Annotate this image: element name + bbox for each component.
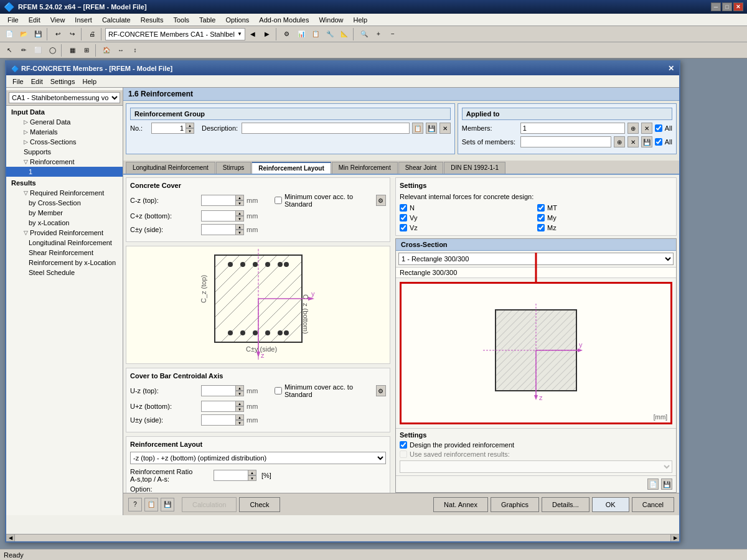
at-members-input[interactable]: 1 bbox=[520, 123, 625, 134]
tree-reinf-1[interactable]: 1 bbox=[6, 167, 123, 177]
cb-My-input[interactable] bbox=[537, 214, 545, 222]
cs-icon2[interactable]: 💾 bbox=[661, 478, 672, 490]
at-clear-btn1[interactable]: ✕ bbox=[641, 123, 652, 134]
tb-undo[interactable]: ↩ bbox=[51, 27, 65, 41]
menu-results[interactable]: Results bbox=[136, 15, 169, 25]
tree-materials[interactable]: ▷ Materials bbox=[6, 127, 123, 137]
uz-top-input[interactable]: 40.0 bbox=[201, 385, 235, 396]
tree-results-header[interactable]: Results bbox=[6, 178, 123, 188]
tb2-btn8[interactable]: ↔ bbox=[114, 44, 128, 57]
layout-dropdown[interactable]: -z (top) - +z (bottom) (optimized distri… bbox=[130, 452, 386, 464]
menu-file[interactable]: File bbox=[2, 15, 24, 25]
czy-side-input[interactable]: 30.0 bbox=[201, 224, 235, 235]
cb-MT[interactable]: MT bbox=[537, 204, 672, 212]
menu-window[interactable]: Window bbox=[314, 15, 348, 25]
uzy-side-up[interactable]: ▲ bbox=[235, 414, 244, 420]
tree-by-member[interactable]: by Member bbox=[6, 208, 123, 218]
at-all-checkbox[interactable] bbox=[655, 124, 662, 132]
tab-reinforcement-layout[interactable]: Reinforcement Layout bbox=[251, 162, 331, 174]
tb-btn1[interactable]: ⚙ bbox=[280, 27, 294, 41]
menu-insert[interactable]: Insert bbox=[70, 15, 97, 25]
menu-edit[interactable]: Edit bbox=[24, 15, 45, 25]
cs-icon1[interactable]: 📄 bbox=[647, 478, 659, 490]
tb-btn2[interactable]: 📊 bbox=[294, 27, 308, 41]
cb-N-input[interactable] bbox=[400, 204, 407, 212]
bottom-icon1[interactable]: ? bbox=[128, 498, 142, 511]
uz-bottom-down[interactable]: ▼ bbox=[235, 406, 244, 412]
design-provided-input[interactable] bbox=[400, 441, 407, 449]
rg-desc-input[interactable] bbox=[242, 123, 410, 134]
menu-view[interactable]: View bbox=[45, 15, 70, 25]
cancel-btn[interactable]: Cancel bbox=[632, 497, 674, 512]
tb2-btn3[interactable]: ⬜ bbox=[31, 44, 45, 57]
czy-side-down[interactable]: ▼ bbox=[235, 230, 244, 235]
tb2-btn2[interactable]: ✏ bbox=[17, 44, 31, 57]
tree-cross-sections[interactable]: ▷ Cross-Sections bbox=[6, 137, 123, 147]
cb-Vy-input[interactable] bbox=[400, 214, 407, 222]
uz-top-config-btn[interactable]: ⚙ bbox=[376, 385, 386, 396]
uz-bottom-up[interactable]: ▲ bbox=[235, 401, 244, 406]
menu-addon[interactable]: Add-on Modules bbox=[254, 15, 314, 25]
cz-bottom-down[interactable]: ▼ bbox=[235, 216, 244, 222]
tb-btn8[interactable]: − bbox=[386, 27, 400, 41]
win-menu-edit[interactable]: Edit bbox=[27, 77, 47, 86]
tb2-btn7[interactable]: 🏠 bbox=[100, 44, 113, 57]
at-clear-btn2[interactable]: ✕ bbox=[627, 136, 639, 147]
tb-nav-next[interactable]: ▶ bbox=[260, 27, 274, 41]
at-all2-cb[interactable]: All bbox=[655, 138, 672, 146]
czy-side-up[interactable]: ▲ bbox=[235, 224, 244, 230]
rg-no-input[interactable]: 1 bbox=[151, 123, 186, 134]
bottom-icon2[interactable]: 📋 bbox=[144, 498, 158, 511]
tab-shear-joint[interactable]: Shear Joint bbox=[398, 162, 444, 174]
design-provided-cb[interactable]: Design the provided reinforcement bbox=[400, 441, 672, 449]
tb2-btn1[interactable]: ↖ bbox=[2, 44, 16, 57]
ratio-down[interactable]: ▼ bbox=[248, 475, 256, 481]
maximize-btn[interactable]: □ bbox=[722, 2, 732, 11]
cz-top-down[interactable]: ▼ bbox=[235, 200, 244, 206]
ratio-up[interactable]: ▲ bbox=[248, 470, 256, 475]
close-outer-btn[interactable]: ✕ bbox=[733, 2, 743, 11]
tab-din-en[interactable]: DIN EN 1992-1-1 bbox=[444, 162, 505, 174]
uzy-side-input[interactable]: 40.0 bbox=[201, 414, 235, 426]
tb-btn6[interactable]: 🔍 bbox=[357, 27, 371, 41]
use-saved-cb[interactable]: Use saved reinforcement results: bbox=[400, 450, 672, 458]
tree-by-cross-section[interactable]: by Cross-Section bbox=[6, 198, 123, 208]
graphics-btn[interactable]: Graphics bbox=[491, 497, 539, 512]
tab-longitudinal[interactable]: Longitudinal Reinforcement bbox=[126, 162, 215, 174]
at-pick-btn2[interactable]: ⊕ bbox=[614, 136, 625, 147]
cz-top-up[interactable]: ▲ bbox=[235, 195, 244, 200]
tb2-btn4[interactable]: ◯ bbox=[45, 44, 59, 57]
cb-My[interactable]: My bbox=[537, 214, 672, 222]
details-btn[interactable]: Details... bbox=[542, 497, 590, 512]
nat-annex-btn[interactable]: Nat. Annex bbox=[433, 497, 488, 512]
uz-bottom-input[interactable]: 40.0 bbox=[201, 401, 235, 412]
tb-open[interactable]: 📂 bbox=[17, 27, 31, 41]
menu-table[interactable]: Table bbox=[194, 15, 220, 25]
rg-no-up[interactable]: ▲ bbox=[186, 123, 194, 128]
menu-calculate[interactable]: Calculate bbox=[97, 15, 136, 25]
tb-save[interactable]: 💾 bbox=[31, 27, 45, 41]
tree-steel-schedule[interactable]: Steel Schedule bbox=[6, 268, 123, 278]
tb-new[interactable]: 📄 bbox=[2, 27, 16, 41]
uzy-side-down[interactable]: ▼ bbox=[235, 420, 244, 426]
cb-N[interactable]: N bbox=[400, 204, 535, 212]
tree-shear[interactable]: Shear Reinforcement bbox=[6, 248, 123, 258]
menu-tools[interactable]: Tools bbox=[168, 15, 194, 25]
cb-Mz-input[interactable] bbox=[537, 224, 545, 231]
tree-longitudinal[interactable]: Longitudinal Reinforcement bbox=[6, 238, 123, 248]
tb-redo[interactable]: ↪ bbox=[65, 27, 79, 41]
cb-Vy[interactable]: Vy bbox=[400, 214, 535, 222]
cb-Vz[interactable]: Vz bbox=[400, 224, 535, 231]
at-pick-btn1[interactable]: ⊕ bbox=[627, 123, 639, 134]
menu-help[interactable]: Help bbox=[349, 15, 373, 25]
tree-req-reinforcement[interactable]: ▽ Required Reinforcement bbox=[6, 188, 123, 198]
tree-by-x-location[interactable]: by x-Location bbox=[6, 218, 123, 228]
min-cover-checkbox[interactable] bbox=[275, 197, 282, 204]
ok-btn[interactable]: OK bbox=[592, 497, 629, 512]
tree-input-header[interactable]: Input Data bbox=[6, 107, 123, 117]
check-btn[interactable]: Check bbox=[239, 497, 280, 512]
tb2-btn6[interactable]: ⊞ bbox=[80, 44, 93, 57]
tree-provided-reinforcement[interactable]: ▽ Provided Reinforcement bbox=[6, 228, 123, 238]
at-save-btn[interactable]: 💾 bbox=[641, 136, 652, 147]
menu-options[interactable]: Options bbox=[220, 15, 254, 25]
